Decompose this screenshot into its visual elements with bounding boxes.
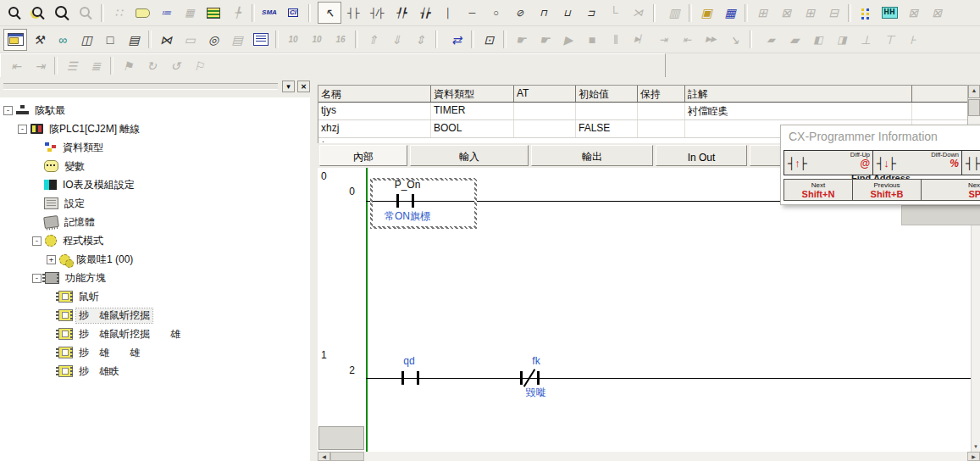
gray-window1-icon[interactable]: ⊠ xyxy=(901,2,925,24)
table-cell[interactable] xyxy=(638,120,685,137)
rung-wrap-icon[interactable]: ≣ xyxy=(84,55,108,77)
run-icon[interactable]: ▶ xyxy=(556,29,580,51)
hex-window-icon[interactable]: ◎ xyxy=(202,29,225,51)
tree-node-plc[interactable]: -陔PLC1[CJ2M] 離線 xyxy=(0,119,310,138)
tree-node-fb-3[interactable]: 捗 雄鼠蚚挖掘 雄 xyxy=(0,325,310,343)
cross-reference-icon[interactable]: ⋈ xyxy=(154,29,178,51)
properties-icon[interactable]: ▤ xyxy=(122,29,146,51)
tree-node-data-types[interactable]: 資料類型 xyxy=(0,138,310,157)
collapse-icon[interactable]: - xyxy=(32,274,42,283)
column-header[interactable]: AT xyxy=(514,86,576,102)
zoom-out-icon[interactable] xyxy=(51,2,75,24)
transfer-window-icon[interactable]: ⇄ xyxy=(445,29,468,51)
symbol-bar-icon[interactable]: ▦ xyxy=(178,2,202,24)
tree-node-project[interactable]: -陔馱最 xyxy=(0,101,310,119)
tab-output[interactable]: 輸出 xyxy=(531,145,653,166)
new-coil-icon[interactable]: ○ xyxy=(484,2,507,24)
monitor-view-icon[interactable]: ∞ xyxy=(51,29,75,51)
contact-bar[interactable] xyxy=(412,194,414,208)
decimal-10-icon[interactable]: 10 xyxy=(281,29,305,51)
ladder-editor[interactable]: 0 0 P_On 常ON旗標 1 2 qd fk 毀嘥 xyxy=(318,168,972,452)
gray-window2-icon[interactable]: ⊠ xyxy=(925,2,949,24)
erase-line-icon[interactable]: ⋊ xyxy=(626,2,650,24)
beam-a-icon[interactable]: ⊥ xyxy=(854,29,878,51)
vertical-line-icon[interactable]: │ xyxy=(436,2,460,24)
column-header[interactable] xyxy=(912,86,968,102)
zoom-in-icon[interactable] xyxy=(3,2,27,24)
column-header[interactable]: 資料類型 xyxy=(431,86,514,102)
column-header[interactable]: 初始值 xyxy=(576,86,638,102)
table-cell[interactable]: BOOL xyxy=(431,120,514,137)
grid-icon[interactable]: ∷ xyxy=(107,2,130,24)
online-edit-icon[interactable]: ⊞ xyxy=(750,2,774,24)
new-closed-contact-icon[interactable]: ┤/├ xyxy=(365,2,389,24)
contact-bar[interactable] xyxy=(417,371,419,385)
hscroll-thumb[interactable] xyxy=(330,452,364,461)
dialog-gray-icon[interactable]: ▤ xyxy=(225,29,249,51)
next-bookmark-icon[interactable]: ↻ xyxy=(140,55,163,77)
select-cursor-icon[interactable]: ↖ xyxy=(318,2,341,24)
ladder-cursor-cell[interactable] xyxy=(318,426,364,450)
collapse-icon[interactable]: - xyxy=(3,106,13,115)
tree-node-memory[interactable]: 記憶體 xyxy=(0,213,310,231)
rung-comment-icon[interactable] xyxy=(130,2,154,24)
io-status-icon[interactable] xyxy=(854,2,878,24)
step-into-icon[interactable]: ⇥ xyxy=(651,29,675,51)
trace-c-icon[interactable]: ◧ xyxy=(806,29,830,51)
closed-contact-label[interactable]: fk xyxy=(511,355,562,367)
prev-bookmark-icon[interactable]: ↺ xyxy=(163,55,187,77)
find-window-icon[interactable]: ◫ xyxy=(75,29,98,51)
resume-hand-icon[interactable]: ☛ xyxy=(533,29,556,51)
beam-b-icon[interactable]: ⊤ xyxy=(878,29,901,51)
signed-10-icon[interactable]: 10 xyxy=(305,29,329,51)
tree-node-fb-4[interactable]: 捗 雄 雄 xyxy=(0,343,310,362)
stop-icon[interactable]: ■ xyxy=(580,29,604,51)
bookmark-icon[interactable]: ⚑ xyxy=(116,55,140,77)
tab-internal[interactable]: 內部 xyxy=(319,145,407,166)
new-instruction-icon[interactable]: ⊓ xyxy=(531,2,555,24)
new-instruction-set-icon[interactable]: ⊔ xyxy=(555,2,579,24)
pause-icon[interactable]: ‖ xyxy=(604,29,628,51)
address-monitor-icon[interactable]: ▭ xyxy=(178,29,202,51)
tab-input[interactable]: 輸入 xyxy=(410,145,529,166)
contact-bar[interactable] xyxy=(396,194,399,208)
table-cell[interactable] xyxy=(514,120,576,137)
clear-bookmark-icon[interactable]: ⚐ xyxy=(187,55,211,77)
table-cell[interactable]: FALSE xyxy=(576,120,638,137)
tree-node-fb-5[interactable]: 捗 雄眣 xyxy=(0,362,310,380)
table-cell[interactable] xyxy=(514,103,576,119)
table-cell[interactable] xyxy=(912,103,968,119)
table-cell[interactable] xyxy=(576,103,638,119)
table-cell[interactable]: tjys xyxy=(318,103,431,119)
hex-16-icon[interactable]: 16 xyxy=(329,29,352,51)
table-cell[interactable]: 衬儅眰奊 xyxy=(685,103,912,119)
tree-node-symbols[interactable]: 變數 xyxy=(0,157,310,175)
tree-node-fb-2[interactable]: 捗 雄鼠蚚挖掘 xyxy=(0,306,310,325)
force-off-icon[interactable]: ⇓ xyxy=(385,29,408,51)
fast-forward-icon[interactable]: ▶▶ xyxy=(699,29,723,51)
scroll-left-icon[interactable]: ◀ xyxy=(318,452,330,461)
program-check-icon[interactable]: ▥ xyxy=(662,2,686,24)
tree-node-programs[interactable]: -程式模式 xyxy=(0,231,310,250)
tree-dropdown-button[interactable]: ▾ xyxy=(282,81,295,92)
column-header[interactable]: 保持 xyxy=(638,86,685,102)
tab-inout[interactable]: In Out xyxy=(656,145,747,166)
corner-line-icon[interactable]: └ xyxy=(602,2,626,24)
watch-window-icon[interactable] xyxy=(202,2,225,24)
scroll-down-icon[interactable]: ▼ xyxy=(972,442,980,452)
monitor-window-icon[interactable]: ⊡ xyxy=(477,29,501,51)
binary-monitor-icon[interactable] xyxy=(249,29,273,51)
ci-instruction-icon[interactable]: CI xyxy=(281,2,305,24)
tree-node-function-blocks[interactable]: -功能方塊 xyxy=(0,269,310,287)
sma-library-icon[interactable]: SMA xyxy=(257,2,281,24)
online-send-icon[interactable]: ⊞ xyxy=(798,2,822,24)
tree-node-program-1[interactable]: +陔最哇1 (00) xyxy=(0,250,310,269)
table-row[interactable]: tjysTIMER衬儅眰奊 xyxy=(318,103,968,120)
address-table-icon[interactable]: ▦ xyxy=(718,2,742,24)
contact-label[interactable]: qd xyxy=(392,355,426,367)
new-closed-coil-icon[interactable]: ⊘ xyxy=(507,2,531,24)
new-contact-icon[interactable]: ┤├ xyxy=(341,2,365,24)
collapse-icon[interactable]: - xyxy=(32,236,42,246)
pv-monitor-icon[interactable]: HH xyxy=(878,2,901,24)
build-icon[interactable]: ⚒ xyxy=(27,29,51,51)
